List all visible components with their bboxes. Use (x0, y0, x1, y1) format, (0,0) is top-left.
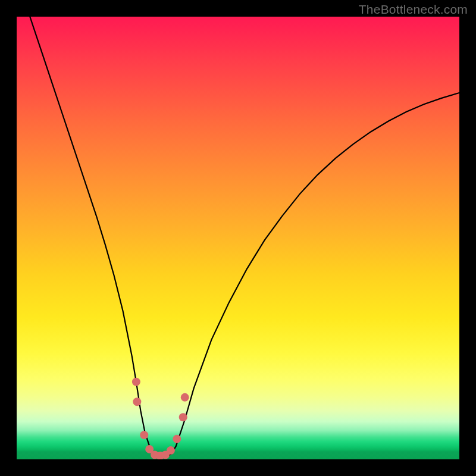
watermark-text: TheBottleneck.com (359, 2, 468, 17)
gradient-plot-area (17, 17, 459, 459)
curve-layer (17, 17, 459, 459)
data-marker (140, 431, 148, 439)
data-marker (133, 397, 141, 406)
chart-frame: TheBottleneck.com (0, 0, 476, 476)
data-marker (167, 446, 175, 455)
data-marker (132, 378, 140, 386)
data-marker (179, 413, 187, 421)
data-marker (181, 393, 189, 402)
data-marker (173, 435, 181, 443)
data-markers (132, 378, 189, 459)
bottleneck-curve (17, 17, 459, 457)
